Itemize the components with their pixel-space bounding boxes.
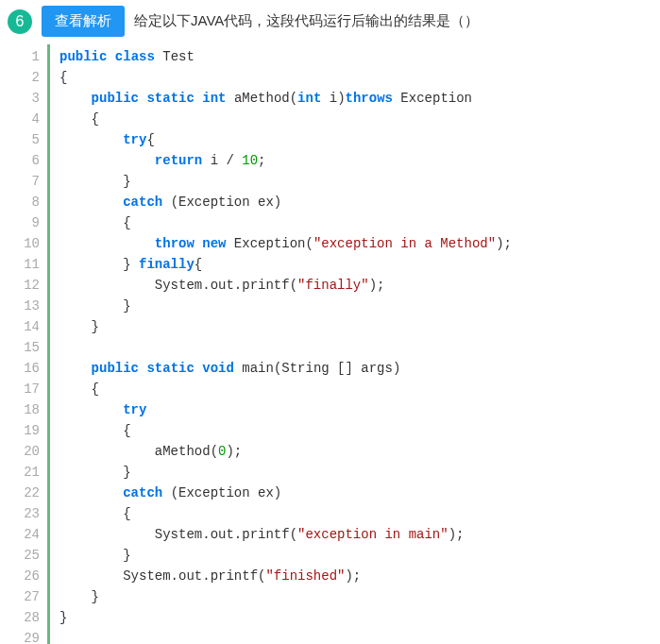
line-number: 5 bbox=[23, 129, 40, 150]
code-line: } bbox=[59, 545, 643, 566]
view-analysis-button[interactable]: 查看解析 bbox=[42, 6, 125, 37]
line-number: 8 bbox=[23, 192, 40, 212]
code-line: { bbox=[59, 109, 643, 129]
code-line: { bbox=[59, 67, 643, 88]
question-text: 给定以下JAVA代码，这段代码运行后输出的结果是（） bbox=[134, 12, 479, 30]
code-line: System.out.printf("exception in main"); bbox=[59, 524, 643, 545]
line-number: 7 bbox=[23, 171, 40, 192]
code-line: } bbox=[59, 316, 643, 337]
code-line: try{ bbox=[59, 129, 643, 150]
code-content: public class Test{ public static int aMe… bbox=[50, 44, 643, 644]
code-line bbox=[59, 628, 643, 644]
line-number: 26 bbox=[23, 566, 40, 586]
line-number: 18 bbox=[23, 399, 40, 420]
line-number: 23 bbox=[23, 503, 40, 524]
code-line: } bbox=[59, 462, 643, 483]
code-line: System.out.printf("finished"); bbox=[59, 566, 643, 586]
code-line: catch (Exception ex) bbox=[59, 483, 643, 503]
line-number: 15 bbox=[23, 337, 40, 358]
code-line: } bbox=[59, 586, 643, 607]
code-line: } bbox=[59, 171, 643, 192]
line-number: 29 bbox=[23, 628, 40, 644]
code-line: } bbox=[59, 296, 643, 316]
question-number-badge: 6 bbox=[8, 9, 32, 34]
line-number: 16 bbox=[23, 358, 40, 379]
code-line: public static int aMethod(int i)throws E… bbox=[59, 88, 643, 109]
line-number: 12 bbox=[23, 275, 40, 296]
code-line: catch (Exception ex) bbox=[59, 192, 643, 212]
code-line: } bbox=[59, 607, 643, 628]
line-number: 19 bbox=[23, 420, 40, 441]
line-number: 13 bbox=[23, 296, 40, 316]
line-number: 6 bbox=[23, 150, 40, 171]
code-line: System.out.printf("finally"); bbox=[59, 275, 643, 296]
line-number: 11 bbox=[23, 254, 40, 275]
line-number: 4 bbox=[23, 109, 40, 129]
code-block: 1234567891011121314151617181920212223242… bbox=[17, 44, 643, 644]
line-number: 1 bbox=[23, 46, 40, 67]
line-number: 10 bbox=[23, 233, 40, 254]
code-line bbox=[59, 337, 643, 358]
line-number: 20 bbox=[23, 441, 40, 462]
code-line: return i / 10; bbox=[59, 150, 643, 171]
code-line: public class Test bbox=[59, 46, 643, 67]
line-number: 9 bbox=[23, 212, 40, 233]
code-line: { bbox=[59, 503, 643, 524]
line-number: 24 bbox=[23, 524, 40, 545]
code-line: public static void main(String [] args) bbox=[59, 358, 643, 379]
line-number-gutter: 1234567891011121314151617181920212223242… bbox=[17, 44, 47, 644]
code-line: { bbox=[59, 212, 643, 233]
question-header: 6 查看解析 给定以下JAVA代码，这段代码运行后输出的结果是（） bbox=[0, 0, 660, 44]
line-number: 21 bbox=[23, 462, 40, 483]
code-line: throw new Exception("exception in a Meth… bbox=[59, 233, 643, 254]
code-line: aMethod(0); bbox=[59, 441, 643, 462]
line-number: 2 bbox=[23, 67, 40, 88]
code-line: { bbox=[59, 420, 643, 441]
line-number: 22 bbox=[23, 483, 40, 503]
line-number: 3 bbox=[23, 88, 40, 109]
code-line: try bbox=[59, 399, 643, 420]
line-number: 27 bbox=[23, 586, 40, 607]
code-line: } finally{ bbox=[59, 254, 643, 275]
line-number: 25 bbox=[23, 545, 40, 566]
line-number: 28 bbox=[23, 607, 40, 628]
code-line: { bbox=[59, 379, 643, 399]
line-number: 17 bbox=[23, 379, 40, 399]
line-number: 14 bbox=[23, 316, 40, 337]
